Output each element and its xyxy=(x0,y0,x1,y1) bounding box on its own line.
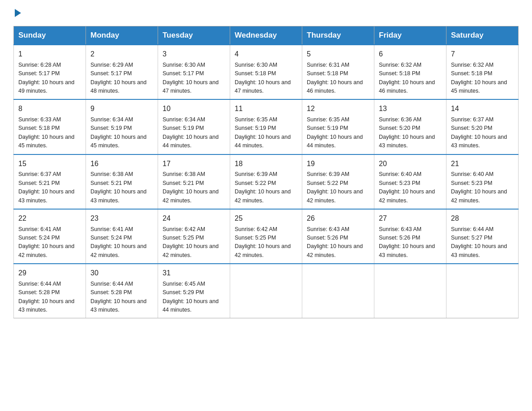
calendar-cell: 13 Sunrise: 6:36 AMSunset: 5:20 PMDaylig… xyxy=(374,99,446,154)
day-number: 4 xyxy=(235,49,297,60)
calendar-cell: 12 Sunrise: 6:35 AMSunset: 5:19 PMDaylig… xyxy=(302,99,374,154)
calendar-week-row: 22 Sunrise: 6:41 AMSunset: 5:24 PMDaylig… xyxy=(14,209,519,264)
calendar-cell xyxy=(446,264,519,318)
calendar-cell: 25 Sunrise: 6:42 AMSunset: 5:25 PMDaylig… xyxy=(230,209,302,264)
day-info: Sunrise: 6:43 AMSunset: 5:26 PMDaylight:… xyxy=(307,226,363,258)
day-info: Sunrise: 6:32 AMSunset: 5:18 PMDaylight:… xyxy=(451,62,507,94)
calendar-week-row: 8 Sunrise: 6:33 AMSunset: 5:18 PMDayligh… xyxy=(14,99,519,154)
calendar-cell: 16 Sunrise: 6:38 AMSunset: 5:21 PMDaylig… xyxy=(86,154,158,209)
calendar-cell: 5 Sunrise: 6:31 AMSunset: 5:18 PMDayligh… xyxy=(302,45,374,99)
day-number: 16 xyxy=(90,158,153,170)
calendar-cell: 31 Sunrise: 6:45 AMSunset: 5:29 PMDaylig… xyxy=(158,264,230,318)
page-header xyxy=(13,9,519,17)
day-number: 26 xyxy=(307,213,369,224)
day-number: 13 xyxy=(379,103,442,115)
day-info: Sunrise: 6:42 AMSunset: 5:25 PMDaylight:… xyxy=(163,226,219,258)
calendar-cell: 4 Sunrise: 6:30 AMSunset: 5:18 PMDayligh… xyxy=(230,45,302,99)
day-number: 24 xyxy=(163,213,225,224)
calendar-header-thursday: Thursday xyxy=(302,26,374,45)
day-number: 21 xyxy=(451,158,514,170)
day-info: Sunrise: 6:44 AMSunset: 5:28 PMDaylight:… xyxy=(90,281,146,313)
day-info: Sunrise: 6:34 AMSunset: 5:19 PMDaylight:… xyxy=(163,116,219,149)
day-number: 9 xyxy=(90,103,153,115)
day-info: Sunrise: 6:35 AMSunset: 5:19 PMDaylight:… xyxy=(235,116,291,149)
day-info: Sunrise: 6:41 AMSunset: 5:24 PMDaylight:… xyxy=(18,226,74,258)
calendar-cell: 3 Sunrise: 6:30 AMSunset: 5:17 PMDayligh… xyxy=(158,45,230,99)
day-info: Sunrise: 6:44 AMSunset: 5:27 PMDaylight:… xyxy=(451,226,507,258)
day-number: 6 xyxy=(379,49,442,60)
calendar-cell: 26 Sunrise: 6:43 AMSunset: 5:26 PMDaylig… xyxy=(302,209,374,264)
day-number: 2 xyxy=(90,49,153,60)
day-number: 17 xyxy=(163,158,225,170)
calendar-cell: 28 Sunrise: 6:44 AMSunset: 5:27 PMDaylig… xyxy=(446,209,519,264)
day-info: Sunrise: 6:43 AMSunset: 5:26 PMDaylight:… xyxy=(379,226,435,258)
calendar-table: SundayMondayTuesdayWednesdayThursdayFrid… xyxy=(13,26,519,318)
calendar-header-row: SundayMondayTuesdayWednesdayThursdayFrid… xyxy=(14,26,519,45)
day-number: 30 xyxy=(90,268,153,279)
day-number: 28 xyxy=(451,213,514,224)
day-number: 27 xyxy=(379,213,442,224)
day-info: Sunrise: 6:36 AMSunset: 5:20 PMDaylight:… xyxy=(379,116,435,149)
day-info: Sunrise: 6:32 AMSunset: 5:18 PMDaylight:… xyxy=(379,62,435,94)
day-info: Sunrise: 6:28 AMSunset: 5:17 PMDaylight:… xyxy=(18,62,74,94)
calendar-header-saturday: Saturday xyxy=(446,26,519,45)
day-info: Sunrise: 6:30 AMSunset: 5:17 PMDaylight:… xyxy=(163,62,219,94)
day-info: Sunrise: 6:31 AMSunset: 5:18 PMDaylight:… xyxy=(307,62,363,94)
day-info: Sunrise: 6:39 AMSunset: 5:22 PMDaylight:… xyxy=(307,171,363,203)
day-number: 14 xyxy=(451,103,514,115)
day-info: Sunrise: 6:29 AMSunset: 5:17 PMDaylight:… xyxy=(90,62,146,94)
day-number: 1 xyxy=(18,49,81,60)
calendar-cell: 22 Sunrise: 6:41 AMSunset: 5:24 PMDaylig… xyxy=(14,209,86,264)
calendar-cell: 11 Sunrise: 6:35 AMSunset: 5:19 PMDaylig… xyxy=(230,99,302,154)
day-info: Sunrise: 6:38 AMSunset: 5:21 PMDaylight:… xyxy=(163,171,219,203)
day-number: 31 xyxy=(163,268,225,279)
calendar-cell: 27 Sunrise: 6:43 AMSunset: 5:26 PMDaylig… xyxy=(374,209,446,264)
day-number: 23 xyxy=(90,213,153,224)
day-info: Sunrise: 6:45 AMSunset: 5:29 PMDaylight:… xyxy=(163,281,219,313)
calendar-week-row: 1 Sunrise: 6:28 AMSunset: 5:17 PMDayligh… xyxy=(14,45,519,99)
day-info: Sunrise: 6:44 AMSunset: 5:28 PMDaylight:… xyxy=(18,281,74,313)
calendar-cell xyxy=(374,264,446,318)
day-number: 8 xyxy=(18,103,81,115)
calendar-cell: 30 Sunrise: 6:44 AMSunset: 5:28 PMDaylig… xyxy=(86,264,158,318)
day-number: 22 xyxy=(18,213,81,224)
calendar-week-row: 15 Sunrise: 6:37 AMSunset: 5:21 PMDaylig… xyxy=(14,154,519,209)
calendar-cell: 18 Sunrise: 6:39 AMSunset: 5:22 PMDaylig… xyxy=(230,154,302,209)
day-number: 3 xyxy=(163,49,225,60)
logo xyxy=(13,9,22,17)
calendar-cell xyxy=(230,264,302,318)
day-info: Sunrise: 6:37 AMSunset: 5:20 PMDaylight:… xyxy=(451,116,507,149)
calendar-cell: 9 Sunrise: 6:34 AMSunset: 5:19 PMDayligh… xyxy=(86,99,158,154)
calendar-cell: 1 Sunrise: 6:28 AMSunset: 5:17 PMDayligh… xyxy=(14,45,86,99)
day-info: Sunrise: 6:37 AMSunset: 5:21 PMDaylight:… xyxy=(18,171,74,203)
calendar-cell: 20 Sunrise: 6:40 AMSunset: 5:23 PMDaylig… xyxy=(374,154,446,209)
calendar-cell: 14 Sunrise: 6:37 AMSunset: 5:20 PMDaylig… xyxy=(446,99,519,154)
day-info: Sunrise: 6:34 AMSunset: 5:19 PMDaylight:… xyxy=(90,116,146,149)
calendar-header-wednesday: Wednesday xyxy=(230,26,302,45)
calendar-cell: 24 Sunrise: 6:42 AMSunset: 5:25 PMDaylig… xyxy=(158,209,230,264)
day-number: 12 xyxy=(307,103,369,115)
day-number: 15 xyxy=(18,158,81,170)
day-number: 11 xyxy=(235,103,297,115)
day-number: 5 xyxy=(307,49,369,60)
day-info: Sunrise: 6:41 AMSunset: 5:24 PMDaylight:… xyxy=(90,226,146,258)
day-number: 7 xyxy=(451,49,514,60)
day-info: Sunrise: 6:39 AMSunset: 5:22 PMDaylight:… xyxy=(235,171,291,203)
calendar-week-row: 29 Sunrise: 6:44 AMSunset: 5:28 PMDaylig… xyxy=(14,264,519,318)
day-info: Sunrise: 6:35 AMSunset: 5:19 PMDaylight:… xyxy=(307,116,363,149)
day-info: Sunrise: 6:40 AMSunset: 5:23 PMDaylight:… xyxy=(451,171,507,203)
calendar-header-monday: Monday xyxy=(86,26,158,45)
calendar-cell: 19 Sunrise: 6:39 AMSunset: 5:22 PMDaylig… xyxy=(302,154,374,209)
day-info: Sunrise: 6:38 AMSunset: 5:21 PMDaylight:… xyxy=(90,171,146,203)
day-number: 19 xyxy=(307,158,369,170)
day-info: Sunrise: 6:33 AMSunset: 5:18 PMDaylight:… xyxy=(18,116,74,149)
day-number: 10 xyxy=(163,103,225,115)
day-info: Sunrise: 6:40 AMSunset: 5:23 PMDaylight:… xyxy=(379,171,435,203)
day-number: 29 xyxy=(18,268,81,279)
logo-triangle-icon xyxy=(15,9,21,17)
calendar-cell: 23 Sunrise: 6:41 AMSunset: 5:24 PMDaylig… xyxy=(86,209,158,264)
calendar-header-friday: Friday xyxy=(374,26,446,45)
calendar-cell: 8 Sunrise: 6:33 AMSunset: 5:18 PMDayligh… xyxy=(14,99,86,154)
calendar-cell: 10 Sunrise: 6:34 AMSunset: 5:19 PMDaylig… xyxy=(158,99,230,154)
calendar-cell: 29 Sunrise: 6:44 AMSunset: 5:28 PMDaylig… xyxy=(14,264,86,318)
